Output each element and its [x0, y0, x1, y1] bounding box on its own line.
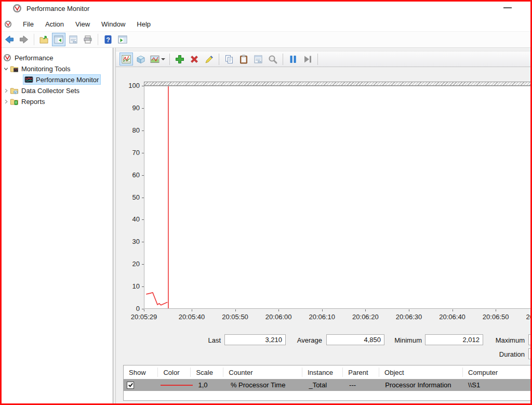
- parent-cell: ---: [344, 381, 380, 389]
- menu-window[interactable]: Window: [96, 18, 131, 30]
- graph-toolbar: [116, 51, 532, 67]
- y-axis-tick-mark: [142, 264, 144, 265]
- show-cell: [124, 382, 156, 389]
- tree-node-label: Data Collector Sets: [21, 87, 79, 95]
- y-axis-tick-mark: [142, 175, 144, 176]
- highlight-button[interactable]: [202, 53, 216, 66]
- graph-toolbar-separator: [169, 54, 170, 65]
- help-button[interactable]: ?: [101, 33, 115, 46]
- back-button[interactable]: [3, 33, 16, 46]
- y-axis-tick-mark: [142, 286, 144, 287]
- x-axis-tick-label: 20:06:10: [309, 313, 335, 321]
- last-label: Last: [199, 336, 221, 344]
- show-checkbox[interactable]: [127, 382, 134, 389]
- export-list-button[interactable]: [37, 33, 51, 46]
- column-header-counter: Counter: [223, 368, 302, 377]
- object-cell: Processor Information: [380, 381, 463, 389]
- zoom-button[interactable]: [266, 53, 280, 66]
- x-axis-tick-label: 20:06:50: [483, 313, 509, 321]
- menu-help[interactable]: Help: [131, 18, 156, 30]
- duration-value-field: [528, 348, 532, 359]
- x-axis-tick-label: 20:05:40: [179, 313, 205, 321]
- duration-label: Duration: [486, 350, 525, 358]
- x-axis-tick-label: 20:07:00: [526, 313, 532, 321]
- view-log-data-button[interactable]: [134, 53, 148, 66]
- freeze-display-button[interactable]: [286, 53, 300, 66]
- column-header-parent: Parent: [342, 368, 379, 377]
- x-axis-tick-mark: [496, 309, 496, 311]
- x-axis-tick-mark: [322, 309, 323, 311]
- show-console-tree-button[interactable]: [52, 33, 65, 46]
- menu-action[interactable]: Action: [39, 18, 70, 30]
- y-axis-tick-mark: [142, 198, 144, 198]
- perfmon-icon: [3, 54, 12, 62]
- y-axis-tick-label: 60: [116, 171, 140, 179]
- view-current-activity-button[interactable]: [119, 53, 133, 66]
- tree-node-reports[interactable]: Reports: [2, 96, 45, 107]
- column-header-computer: Computer: [462, 368, 532, 377]
- monitoring-tools-folder-icon: [10, 64, 19, 73]
- x-axis-tick-mark: [144, 309, 144, 311]
- main-area: Performance Monitoring Tools Performance…: [0, 48, 532, 405]
- update-data-button[interactable]: [301, 53, 314, 66]
- paste-counter-list-button[interactable]: [237, 53, 250, 66]
- add-counter-button[interactable]: [173, 53, 187, 66]
- tree-node-performance[interactable]: Performance: [3, 53, 53, 63]
- y-axis-tick-label: 90: [116, 104, 140, 112]
- column-header-show: Show: [124, 368, 157, 377]
- legend-header-row: Show Color Scale Counter Instance Parent…: [124, 365, 532, 379]
- tree-node-monitoring-tools[interactable]: Monitoring Tools: [2, 63, 70, 74]
- last-value-field: 3,210: [224, 334, 286, 345]
- print-button[interactable]: [81, 33, 95, 46]
- counter-row[interactable]: 1,0 % Processor Time _Total --- Processo…: [124, 379, 532, 391]
- perfmon-app-icon: [12, 4, 22, 13]
- minimize-button[interactable]: [503, 7, 512, 8]
- minimum-value-field: 2,012: [425, 334, 483, 345]
- graph-toolbar-separator: [317, 54, 318, 65]
- x-axis-tick-label: 20:05:29: [131, 313, 157, 321]
- instance-cell: _Total: [303, 381, 344, 389]
- console-icon: [4, 20, 12, 28]
- menu-bar: File Action View Window Help: [0, 17, 532, 32]
- x-axis-tick-mark: [278, 309, 279, 311]
- toolbar-separator: [34, 34, 34, 45]
- properties-button[interactable]: [66, 33, 80, 46]
- x-axis-tick-mark: [453, 309, 453, 311]
- chart-time-bar: [144, 82, 532, 86]
- x-axis-tick-mark: [409, 309, 409, 311]
- tree-node-data-collector-sets[interactable]: Data Collector Sets: [2, 85, 79, 96]
- delete-counter-button[interactable]: [188, 53, 201, 66]
- dropdown-caret-icon: [161, 58, 165, 60]
- tree-node-label: Performance: [15, 54, 53, 62]
- performance-monitor-window: Performance Monitor File Action View Win…: [0, 0, 532, 405]
- tree-node-label: Reports: [21, 98, 45, 106]
- counter-color-swatch: [161, 385, 193, 386]
- y-axis-tick-mark: [142, 242, 144, 242]
- chevron-collapsed-icon[interactable]: [2, 98, 10, 106]
- title-bar: Performance Monitor: [0, 0, 532, 17]
- color-cell: [156, 385, 193, 386]
- x-axis-tick-label: 20:05:50: [222, 313, 248, 321]
- y-axis-tick-label: 80: [116, 126, 140, 134]
- window-title: Performance Monitor: [26, 5, 89, 12]
- show-action-pane-button[interactable]: [116, 33, 129, 46]
- chevron-expanded-icon[interactable]: [2, 65, 10, 73]
- forward-button[interactable]: [17, 33, 31, 46]
- counter-legend-table: Show Color Scale Counter Instance Parent…: [123, 365, 532, 401]
- chevron-collapsed-icon[interactable]: [2, 87, 10, 95]
- change-graph-type-button[interactable]: [149, 53, 166, 66]
- y-axis-tick-mark: [142, 108, 144, 109]
- average-label: Average: [291, 336, 322, 344]
- tree-node-label: Monitoring Tools: [21, 65, 70, 73]
- graph-properties-button[interactable]: [251, 53, 265, 66]
- column-header-color: Color: [157, 368, 190, 377]
- y-axis-tick-label: 70: [116, 149, 140, 156]
- graph-toolbar-separator: [219, 54, 219, 65]
- scale-cell: 1,0: [193, 381, 225, 389]
- y-axis-tick-label: 40: [116, 215, 140, 223]
- menu-view[interactable]: View: [70, 18, 96, 30]
- y-axis-tick-label: 30: [116, 238, 140, 245]
- tree-node-performance-monitor[interactable]: Performance Monitor: [23, 74, 101, 85]
- copy-properties-button[interactable]: [222, 53, 236, 66]
- menu-file[interactable]: File: [17, 18, 39, 30]
